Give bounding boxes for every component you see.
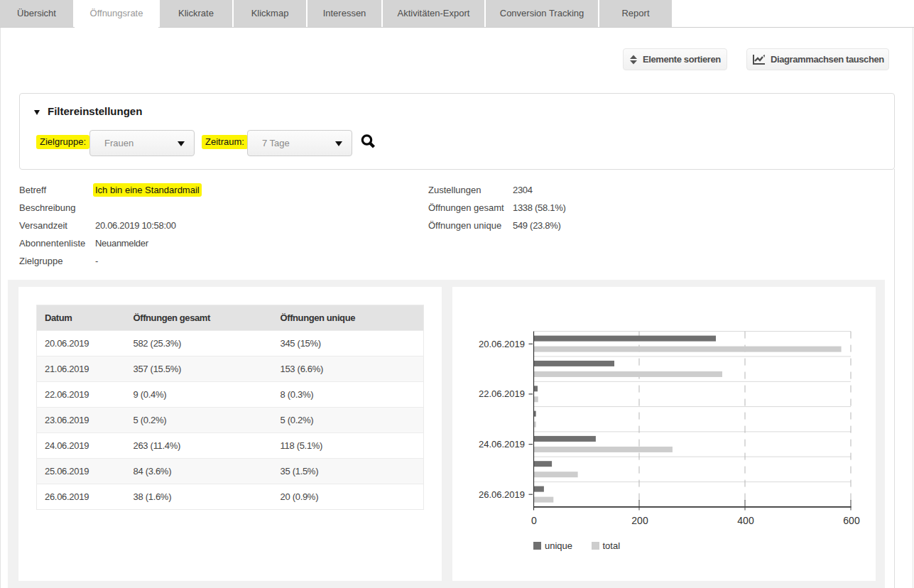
svg-text:26.06.2019: 26.06.2019 <box>479 489 525 500</box>
svg-text:unique: unique <box>545 540 572 551</box>
svg-text:24.06.2019: 24.06.2019 <box>479 439 525 450</box>
svg-text:200: 200 <box>631 515 648 526</box>
svg-text:0: 0 <box>531 515 537 526</box>
svg-text:20.06.2019: 20.06.2019 <box>479 339 525 349</box>
svg-text:400: 400 <box>737 515 754 526</box>
svg-text:600: 600 <box>843 515 860 526</box>
svg-text:22.06.2019: 22.06.2019 <box>479 388 525 399</box>
svg-text:total: total <box>603 540 621 551</box>
